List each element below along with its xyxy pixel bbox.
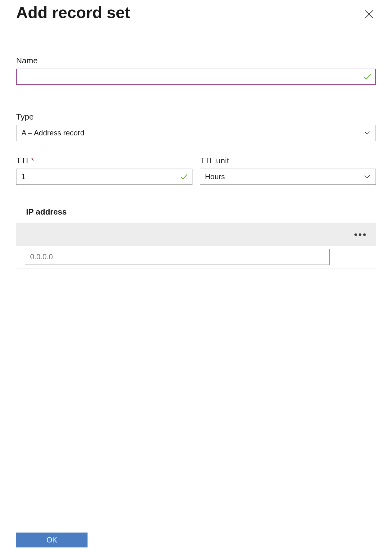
- type-selected-value: A – Address record: [21, 129, 84, 137]
- check-icon: [363, 72, 372, 81]
- ttl-unit-label: TTL unit: [200, 156, 376, 166]
- ttl-input-wrapper: [16, 169, 192, 185]
- name-label: Name: [16, 56, 376, 66]
- ttl-field-group: TTL*: [16, 156, 192, 185]
- panel-header: Add record set: [0, 0, 392, 22]
- page-title: Add record set: [16, 3, 130, 22]
- chevron-down-icon: [363, 173, 371, 180]
- ip-address-section: IP address •••: [16, 207, 376, 269]
- close-button[interactable]: [363, 3, 376, 21]
- name-input[interactable]: [16, 69, 376, 85]
- ttl-unit-field-group: TTL unit Hours: [200, 156, 376, 185]
- ttl-row: TTL* TTL unit Hours: [16, 156, 376, 200]
- type-label: Type: [16, 112, 376, 122]
- ellipsis-icon: •••: [354, 229, 367, 240]
- ok-button[interactable]: OK: [16, 533, 88, 547]
- type-select[interactable]: A – Address record: [16, 125, 376, 141]
- chevron-down-icon: [363, 129, 371, 137]
- close-icon: [363, 9, 375, 20]
- ttl-unit-selected-value: Hours: [205, 172, 225, 181]
- ttl-label: TTL*: [16, 156, 192, 166]
- type-field-group: Type A – Address record: [16, 112, 376, 141]
- check-icon: [179, 172, 189, 181]
- more-options-button[interactable]: •••: [354, 229, 367, 239]
- ip-address-banner: •••: [16, 223, 376, 246]
- required-indicator: *: [31, 156, 34, 165]
- ttl-unit-select-wrapper: Hours: [200, 169, 376, 185]
- form-content: Name Type A – Address record TTL*: [0, 22, 392, 522]
- ip-address-input[interactable]: [25, 249, 330, 265]
- name-input-wrapper: [16, 69, 376, 85]
- name-field-group: Name: [16, 56, 376, 85]
- ttl-unit-select[interactable]: Hours: [200, 169, 376, 185]
- ttl-input[interactable]: [16, 169, 192, 185]
- ip-address-header: IP address: [16, 207, 376, 217]
- ip-input-row: [16, 246, 376, 269]
- type-select-wrapper: A – Address record: [16, 125, 376, 141]
- panel-footer: OK: [0, 522, 392, 558]
